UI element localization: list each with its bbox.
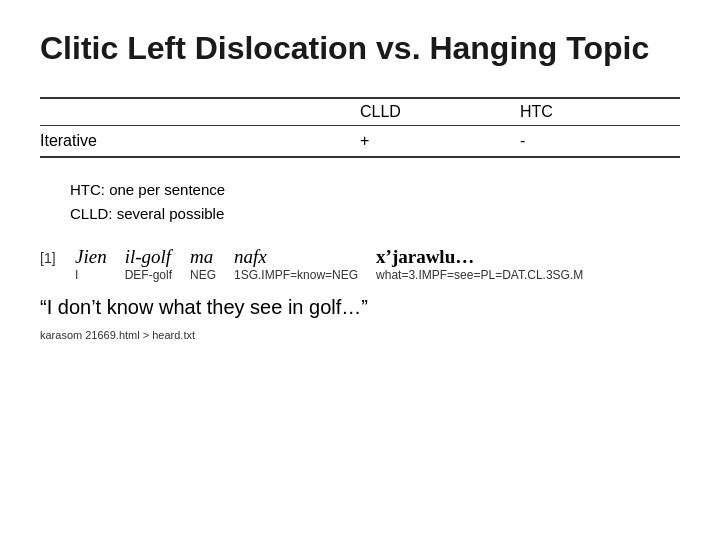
gloss-label-nafx: 1SG.IMPF=know=NEG [234, 268, 358, 282]
table-row: Iterative + - [40, 126, 680, 158]
row-label-iterative: Iterative [40, 126, 360, 158]
gloss-word-nafx: nafx [234, 246, 358, 268]
gloss-item-jien: Jien I [75, 246, 107, 282]
page-title: Clitic Left Dislocation vs. Hanging Topi… [40, 30, 680, 67]
gloss-items: Jien I il-golf DEF-golf ma NEG nafx 1SG.… [75, 246, 601, 282]
row-htc-iterative: - [520, 126, 680, 158]
gloss-row: [1] Jien I il-golf DEF-golf ma NEG nafx … [40, 246, 680, 282]
gloss-item-ilgolf: il-golf DEF-golf [125, 246, 172, 282]
gloss-label-ma: NEG [190, 268, 216, 282]
example-section: [1] Jien I il-golf DEF-golf ma NEG nafx … [40, 246, 680, 282]
gloss-label-jien: I [75, 268, 107, 282]
col-header-label [40, 98, 360, 126]
source-line: karasom 21669.html > heard.txt [40, 329, 680, 341]
row-clld-iterative: + [360, 126, 520, 158]
translation-line: “I don’t know what they see in golf…” [40, 296, 680, 319]
note-clld: CLLD: several possible [70, 202, 680, 226]
gloss-label-ilgolf: DEF-golf [125, 268, 172, 282]
gloss-item-ma: ma NEG [190, 246, 216, 282]
gloss-word-jien: Jien [75, 246, 107, 268]
comparison-table: CLLD HTC Iterative + - [40, 97, 680, 158]
note-htc: HTC: one per sentence [70, 178, 680, 202]
notes-section: HTC: one per sentence CLLD: several poss… [70, 178, 680, 226]
gloss-word-xjarawlu: x’jarawlu… [376, 246, 583, 268]
gloss-item-nafx: nafx 1SG.IMPF=know=NEG [234, 246, 358, 282]
gloss-item-xjarawlu: x’jarawlu… what=3.IMPF=see=PL=DAT.CL.3SG… [376, 246, 583, 282]
gloss-label-xjarawlu: what=3.IMPF=see=PL=DAT.CL.3SG.M [376, 268, 583, 282]
gloss-word-ma: ma [190, 246, 216, 268]
example-number: [1] [40, 250, 75, 266]
col-header-htc: HTC [520, 98, 680, 126]
gloss-word-ilgolf: il-golf [125, 246, 172, 268]
comparison-table-section: CLLD HTC Iterative + - [40, 97, 680, 158]
col-header-clld: CLLD [360, 98, 520, 126]
